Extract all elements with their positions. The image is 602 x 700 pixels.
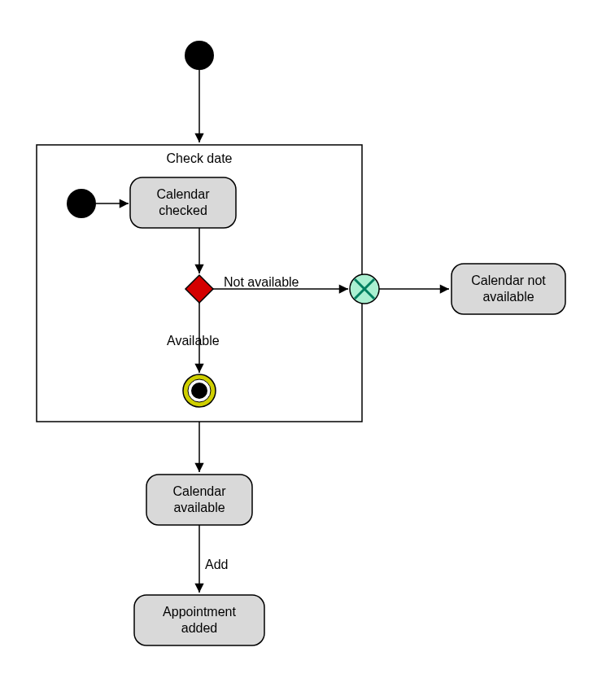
calendar-checked-label-1: Calendar [157,187,211,201]
final-node-dot [191,383,207,399]
initial-node-inner-icon [67,189,96,218]
activity-diagram: Check date Calendar checked Not availabl… [0,0,602,700]
calendar-not-available-node [452,264,565,314]
edge-not-available-label: Not available [224,275,299,289]
calendar-not-available-label-2: available [482,290,534,304]
initial-node-icon [185,41,214,70]
edge-available-label: Available [167,334,220,348]
appointment-added-node [134,595,264,645]
edge-add-label: Add [205,558,228,571]
calendar-checked-node [130,177,236,228]
frame-title: Check date [167,151,233,165]
calendar-checked-label-2: checked [159,203,207,217]
appointment-added-label-1: Appointment [163,605,236,619]
appointment-added-label-2: added [181,621,218,635]
calendar-available-node [146,475,252,525]
calendar-available-label-2: available [173,501,225,514]
calendar-available-label-1: Calendar [173,484,227,498]
calendar-not-available-label-1: Calendar not [471,273,546,287]
exception-handler-icon [350,274,379,304]
